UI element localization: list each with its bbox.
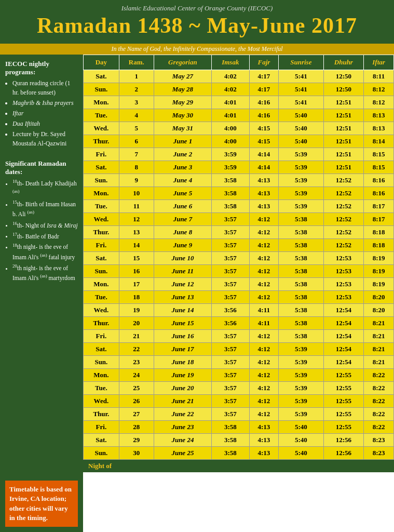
table-cell: 8:17 (364, 200, 394, 213)
table-row: Sun.16June 113:574:125:3812:538:19 (84, 265, 394, 278)
table-cell: May 28 (154, 83, 211, 96)
table-cell: 4:14 (249, 161, 279, 174)
table-cell: 4:17 (249, 83, 279, 96)
table-cell: 3:57 (212, 226, 250, 239)
table-cell: 5:38 (279, 213, 323, 226)
table-cell: 8:11 (364, 70, 394, 83)
table-cell: 5:39 (279, 369, 323, 382)
table-cell: 12:53 (323, 278, 364, 291)
table-cell: 4:12 (249, 239, 279, 252)
table-cell: 8:21 (364, 317, 394, 330)
table-cell: June 22 (154, 408, 211, 421)
table-cell: 8:22 (364, 408, 394, 421)
table-cell: Sat. (84, 343, 119, 356)
table-cell: June 14 (154, 304, 211, 317)
table-cell: 25 (119, 382, 154, 395)
table-cell: 12:53 (323, 265, 364, 278)
table-cell: 3 (119, 96, 154, 109)
table-cell: 8:23 (364, 447, 394, 460)
table-cell: 3:57 (212, 330, 250, 343)
table-cell: 4:12 (249, 343, 279, 356)
header: Islamic Educational Center of Orange Cou… (0, 0, 394, 44)
table-cell: Sat. (84, 161, 119, 174)
sidebar-notice: Timetable is based on Irvine, CA locatio… (5, 481, 78, 527)
table-cell: 8:12 (364, 83, 394, 96)
table-cell: June 1 (154, 135, 211, 148)
table-cell: 8:23 (364, 434, 394, 447)
table-cell: Mon. (84, 278, 119, 291)
table-cell: 12:50 (323, 70, 364, 83)
col-day: Day (84, 55, 119, 70)
dates-list: 10th- Death Lady Khadijah (as) 15th- Bir… (5, 178, 78, 283)
table-cell: 4:02 (212, 70, 250, 83)
table-cell: 4:11 (249, 304, 279, 317)
table-cell: 4:02 (212, 83, 250, 96)
table-cell: Wed. (84, 122, 119, 135)
table-cell: 3:57 (212, 213, 250, 226)
table-row: Mon.3May 294:014:165:4112:518:12 (84, 96, 394, 109)
table-cell: 4:12 (249, 330, 279, 343)
table-cell: 8 (119, 161, 154, 174)
table-row: Wed.19June 143:564:115:3812:548:20 (84, 304, 394, 317)
table-row: Sat.15June 103:574:125:3812:538:19 (84, 252, 394, 265)
table-cell: 12:52 (323, 174, 364, 187)
table-row: Tue.25June 203:574:125:3912:558:22 (84, 382, 394, 395)
date-item-1: 10th- Death Lady Khadijah (as) (12, 178, 78, 198)
table-cell: 12:50 (323, 83, 364, 96)
table-cell: 12:55 (323, 395, 364, 408)
table-cell: 12:52 (323, 239, 364, 252)
table-cell: 5:41 (279, 96, 323, 109)
table-cell: 5:39 (279, 200, 323, 213)
table-cell: 12:51 (323, 135, 364, 148)
table-cell: June 17 (154, 343, 211, 356)
col-dhuhr: Dhuhr (323, 55, 364, 70)
table-cell: Sun. (84, 447, 119, 460)
table-cell: 5:40 (279, 135, 323, 148)
table-cell: 11 (119, 200, 154, 213)
table-cell: 8:16 (364, 174, 394, 187)
table-cell: June 23 (154, 421, 211, 434)
table-cell: 3:59 (212, 148, 250, 161)
col-iftar: Iftar (364, 55, 394, 70)
table-header-row: Day Ram. Gregorian Imsak Fajr Sunrise Dh… (84, 55, 394, 70)
table-cell: 5:38 (279, 317, 323, 330)
table-cell: 4:13 (249, 434, 279, 447)
table-cell: 4:12 (249, 226, 279, 239)
table-cell: Thur. (84, 317, 119, 330)
table-cell: June 2 (154, 148, 211, 161)
table-cell: 3:57 (212, 265, 250, 278)
table-row: Sat.8June 33:594:145:3912:518:15 (84, 161, 394, 174)
table-cell: 23 (119, 356, 154, 369)
table-cell: May 27 (154, 70, 211, 83)
table-cell: 12:55 (323, 369, 364, 382)
page-wrapper: Islamic Educational Center of Orange Cou… (0, 0, 394, 532)
table-cell: Sun. (84, 265, 119, 278)
table-cell: 5:38 (279, 291, 323, 304)
table-cell: 8:16 (364, 187, 394, 200)
programs-list: Quran reading circle (1 hr. before sunse… (5, 78, 78, 148)
table-cell: 5:38 (279, 330, 323, 343)
table-cell: 13 (119, 226, 154, 239)
table-row: Fri.21June 163:574:125:3812:548:21 (84, 330, 394, 343)
table-row: Sun.2May 284:024:175:4112:508:12 (84, 83, 394, 96)
col-sunrise: Sunrise (279, 55, 323, 70)
table-cell: 4:01 (212, 96, 250, 109)
table-row: Wed.12June 73:574:125:3812:528:17 (84, 213, 394, 226)
table-cell: June 13 (154, 291, 211, 304)
table-cell: 8:14 (364, 135, 394, 148)
table-cell: 3:58 (212, 174, 250, 187)
table-cell: Sat. (84, 252, 119, 265)
table-cell: 8:21 (364, 356, 394, 369)
table-cell: 19 (119, 304, 154, 317)
prayer-times-table: Day Ram. Gregorian Imsak Fajr Sunrise Dh… (83, 55, 394, 460)
table-cell: Sat. (84, 70, 119, 83)
table-cell: Sun. (84, 174, 119, 187)
sidebar: IECOC nightly programs: Quran reading ci… (0, 55, 83, 532)
table-cell: 4:00 (212, 135, 250, 148)
table-cell: 5 (119, 122, 154, 135)
table-row: Fri.7June 23:594:145:3912:518:15 (84, 148, 394, 161)
table-cell: Sun. (84, 356, 119, 369)
table-cell: 8:20 (364, 291, 394, 304)
table-cell: 4:13 (249, 187, 279, 200)
table-row: Thur.6June 14:004:155:4012:518:14 (84, 135, 394, 148)
